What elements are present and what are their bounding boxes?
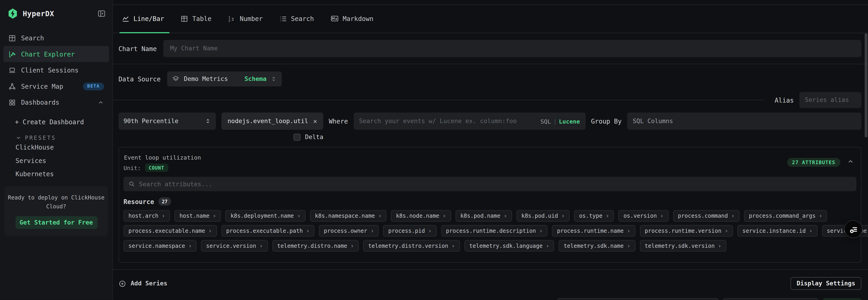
granularity-select[interactable]: Auto Granularity xyxy=(723,298,818,300)
series-divider xyxy=(113,100,764,100)
sidebar-item-label: Service Map xyxy=(21,82,63,90)
group-by-input[interactable] xyxy=(627,113,861,130)
attribute-chip-label: k8s.deployment.name xyxy=(230,213,294,219)
search-icon xyxy=(128,181,135,187)
sidebar-collapse-icon[interactable] xyxy=(97,9,106,17)
get-started-button[interactable]: Get Started for Free xyxy=(15,216,97,229)
delta-label: Delta xyxy=(305,134,323,141)
attribute-search-input[interactable] xyxy=(139,180,851,188)
sidebar-item-dashboards[interactable]: Dashboards xyxy=(3,94,109,110)
attribute-chip[interactable]: service.namespace› xyxy=(123,240,197,252)
resource-group-label: Resource xyxy=(123,198,154,206)
tab-label: Markdown xyxy=(343,15,373,22)
attribute-chip[interactable]: process.runtime.description› xyxy=(441,225,548,237)
aggregation-select[interactable]: 90th Percentile xyxy=(118,113,216,130)
add-series-button[interactable]: Add Series xyxy=(118,279,167,287)
attribute-chip[interactable]: process.pid› xyxy=(383,225,436,237)
sidebar-item-label: Search xyxy=(21,34,44,42)
sidebar-item-client-sessions[interactable]: Client Sessions xyxy=(3,62,109,78)
attribute-chip[interactable]: k8s.pod.name› xyxy=(456,210,512,222)
scrollbar-thumb[interactable] xyxy=(865,33,867,137)
attribute-chip-label: process.owner xyxy=(324,228,367,234)
attribute-chip-row: service.namespace›service.version›teleme… xyxy=(123,240,857,252)
data-source-value: Demo Metrics xyxy=(184,76,228,83)
tab-label: Table xyxy=(192,15,212,22)
presets-header[interactable]: PRESETS xyxy=(0,126,113,141)
data-source-select[interactable]: Demo Metrics Schema xyxy=(167,72,282,87)
attribute-chip-row: host.arch›host.name›k8s.deployment.name›… xyxy=(123,210,857,222)
sidebar: HyperDX Search Chart Explorer xyxy=(0,0,113,300)
collapse-panel-chevron-up-icon[interactable] xyxy=(847,158,854,165)
sidebar-item-service-map[interactable]: Service Map BETA xyxy=(3,78,109,94)
attribute-chip[interactable]: k8s.namespace.name› xyxy=(310,210,386,222)
attribute-chip[interactable]: process.owner› xyxy=(319,225,379,237)
run-button[interactable]: Run xyxy=(823,298,861,300)
data-source-label: Data Source xyxy=(118,75,160,83)
attribute-chip[interactable]: host.arch› xyxy=(123,210,170,222)
attribute-chip[interactable]: k8s.node.name› xyxy=(391,210,451,222)
sidebar-item-search[interactable]: Search xyxy=(3,30,109,46)
attribute-chip-label: process.runtime.version xyxy=(645,228,721,234)
chevron-right-icon: › xyxy=(809,228,812,234)
attribute-chip[interactable]: telemetry.sdk.version› xyxy=(640,240,726,252)
chart-name-input[interactable] xyxy=(163,40,861,57)
create-dashboard-button[interactable]: + Create Dashboard xyxy=(0,110,113,126)
attribute-chip[interactable]: os.version› xyxy=(618,210,668,222)
alias-input[interactable] xyxy=(800,92,861,108)
attribute-chip[interactable]: process.executable.path› xyxy=(221,225,314,237)
chevron-right-icon: › xyxy=(627,228,630,234)
tab-markdown[interactable]: Markdown xyxy=(331,4,373,33)
group-by-label: Group By xyxy=(591,117,622,125)
alias-row: Alias xyxy=(113,92,868,108)
attribute-chip[interactable]: os.type› xyxy=(574,210,614,222)
chevron-right-icon: › xyxy=(208,228,212,234)
attribute-chip[interactable]: telemetry.sdk.language› xyxy=(464,240,554,252)
schema-link[interactable]: Schema xyxy=(245,76,267,83)
attribute-chip-label: k8s.namespace.name xyxy=(315,213,375,219)
chevron-right-icon: › xyxy=(660,213,663,219)
attribute-chip[interactable]: service.version› xyxy=(201,240,268,252)
selector-icon xyxy=(205,118,211,124)
attribute-chip[interactable]: telemetry.sdk.name› xyxy=(559,240,635,252)
aggregation-value: 90th Percentile xyxy=(123,117,179,125)
attribute-chip[interactable]: process.runtime.name› xyxy=(552,225,635,237)
delta-checkbox[interactable] xyxy=(293,134,301,141)
attribute-chip[interactable]: telemetry.distro.name› xyxy=(272,240,359,252)
laptop-icon xyxy=(8,66,16,74)
attribute-chip[interactable]: k8s.pod.uid› xyxy=(517,210,570,222)
chevron-right-icon: › xyxy=(718,243,721,249)
sql-toggle[interactable]: SQL xyxy=(540,118,551,125)
where-search-input[interactable] xyxy=(359,117,536,125)
close-icon[interactable]: × xyxy=(313,117,317,125)
attribute-chip[interactable]: process.command_args› xyxy=(744,210,827,222)
attribute-chip[interactable]: process.runtime.version› xyxy=(640,225,733,237)
tab-search[interactable]: Search xyxy=(279,4,314,33)
attribute-chip-label: process.command xyxy=(678,213,728,219)
circle-plus-icon xyxy=(118,279,126,287)
display-settings-button[interactable]: Display Settings xyxy=(790,277,861,290)
attribute-chip[interactable]: telemetry.distro.version› xyxy=(363,240,460,252)
attribute-chip[interactable]: process.command› xyxy=(673,210,740,222)
time-range-picker[interactable]: Mar 2 12:47:01 - Mar 2 13:47:01 xyxy=(557,298,719,300)
attribute-chip[interactable]: k8s.deployment.name› xyxy=(226,210,306,222)
sidebar-item-chart-explorer[interactable]: Chart Explorer xyxy=(3,46,109,62)
attribute-chip[interactable]: service.instance.id› xyxy=(738,225,817,237)
lucene-toggle[interactable]: Lucene xyxy=(559,118,580,125)
preset-kubernetes[interactable]: Kubernetes xyxy=(0,167,113,181)
tab-number[interactable]: 123 Number xyxy=(228,4,263,33)
tab-label: Line/Bar xyxy=(133,15,164,22)
tab-line-bar[interactable]: Line/Bar xyxy=(122,4,164,33)
chevron-right-icon: › xyxy=(731,213,735,219)
tab-table[interactable]: Table xyxy=(181,4,211,33)
attribute-chip[interactable]: host.name› xyxy=(175,210,221,222)
attribute-chip[interactable]: process.executable.name› xyxy=(123,225,217,237)
preset-clickhouse[interactable]: ClickHouse xyxy=(0,141,113,154)
chevron-right-icon: › xyxy=(370,228,374,234)
attribute-chip-label: process.command_args xyxy=(749,213,816,219)
attribute-chip-label: process.executable.name xyxy=(128,228,205,234)
preset-services[interactable]: Services xyxy=(0,154,113,167)
metric-chip[interactable]: nodejs.event_loop.util × xyxy=(221,113,323,130)
number-icon: 123 xyxy=(228,15,236,22)
chevron-right-icon: › xyxy=(188,243,192,249)
feedback-widget-button[interactable] xyxy=(844,220,862,238)
